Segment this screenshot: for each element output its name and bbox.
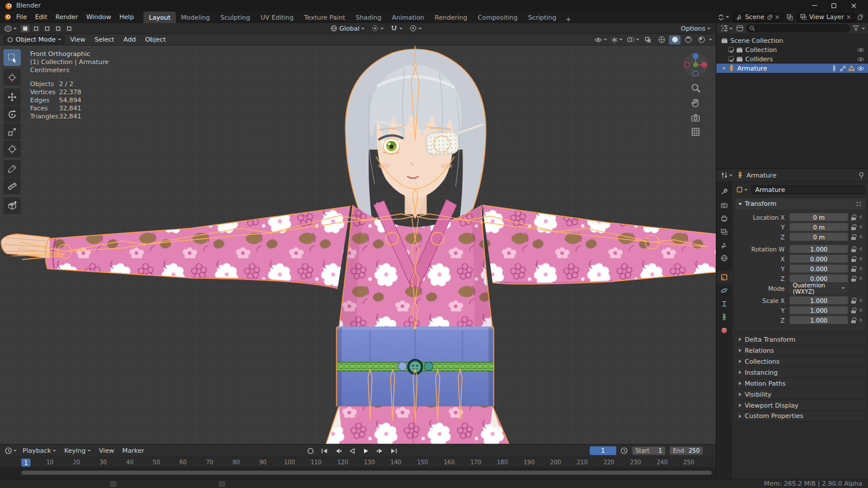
rotation-w-field[interactable]: 1.000	[789, 245, 848, 253]
ortho-grid-icon[interactable]	[691, 127, 700, 136]
scale-y-field[interactable]: 1.000	[789, 306, 848, 315]
select-mode-extend-button[interactable]	[31, 24, 41, 33]
new-view-layer-icon[interactable]	[857, 14, 863, 21]
zoom-icon[interactable]	[691, 83, 701, 93]
visibility-dropdown[interactable]	[593, 37, 608, 43]
unlink-scene-icon[interactable]: ×	[775, 14, 779, 20]
scene-selector[interactable]: Scene ×	[733, 13, 783, 22]
object-id-button[interactable]	[735, 185, 749, 194]
expand-icon[interactable]	[723, 66, 726, 70]
prev-keyframe-button[interactable]	[332, 446, 344, 456]
tab-modeling[interactable]: Modeling	[176, 12, 215, 23]
editor-type-button[interactable]	[3, 25, 18, 32]
location-x-field[interactable]: 0 m	[789, 213, 848, 221]
object-name-field[interactable]: Armature	[751, 185, 865, 194]
tab-constraints[interactable]	[716, 297, 732, 310]
lock-icon[interactable]	[851, 215, 856, 220]
tab-texture-paint[interactable]: Texture Paint	[299, 12, 351, 23]
start-frame-field[interactable]: Start 1	[632, 446, 665, 455]
lock-icon[interactable]	[851, 317, 856, 323]
animate-dot-icon[interactable]	[859, 225, 862, 228]
rotation-y-field[interactable]: 0.000	[789, 264, 848, 273]
menu-keying[interactable]: Keying	[61, 447, 94, 454]
browse-view-layer-button[interactable]	[785, 14, 795, 21]
menu-help[interactable]: Help	[115, 12, 138, 23]
visibility-eye-icon[interactable]	[857, 47, 865, 53]
tab-world[interactable]	[716, 252, 732, 265]
play-reverse-button[interactable]	[346, 446, 358, 456]
tab-layout[interactable]: Layout	[144, 12, 175, 23]
close-button[interactable]	[844, 0, 863, 11]
outliner-editor-type-button[interactable]	[719, 25, 734, 32]
minimize-button[interactable]	[804, 0, 824, 11]
lock-icon[interactable]	[851, 276, 856, 282]
animate-dot-icon[interactable]	[859, 257, 862, 260]
properties-editor-type-button[interactable]	[720, 172, 734, 179]
outliner-row-collection[interactable]: Collection	[716, 45, 868, 54]
annotate-tool[interactable]	[3, 160, 21, 177]
collection-checkbox[interactable]	[728, 47, 734, 53]
outliner-search-input[interactable]	[746, 24, 850, 32]
select-box-tool[interactable]	[3, 49, 21, 66]
xray-toggle[interactable]	[642, 35, 654, 45]
menu-window[interactable]: Window	[82, 12, 115, 23]
pose-icon[interactable]	[831, 65, 837, 72]
next-keyframe-button[interactable]	[374, 446, 386, 456]
shading-wireframe-button[interactable]	[656, 35, 667, 45]
animate-dot-icon[interactable]	[859, 319, 862, 321]
menu-render[interactable]: Render	[52, 12, 82, 23]
jump-to-end-button[interactable]	[388, 446, 400, 456]
tab-view-layer[interactable]	[716, 225, 732, 238]
tab-sculpting[interactable]: Sculpting	[215, 12, 255, 23]
select-mode-new-button[interactable]	[20, 24, 30, 33]
use-preview-range-icon[interactable]	[620, 447, 628, 454]
animate-dot-icon[interactable]	[859, 267, 862, 270]
drag-handle-icon[interactable]	[856, 201, 862, 207]
tab-render[interactable]	[716, 198, 732, 212]
panel-relations[interactable]: Relations	[735, 345, 865, 356]
tab-data[interactable]	[716, 310, 732, 324]
tab-uv-editing[interactable]: UV Editing	[255, 12, 299, 23]
animate-dot-icon[interactable]	[859, 235, 862, 238]
display-mode-icon[interactable]	[736, 25, 744, 32]
view-layer-selector[interactable]: View Layer ×	[797, 13, 855, 22]
menu-file[interactable]: File	[12, 12, 31, 23]
options-dropdown[interactable]: Options	[679, 25, 713, 32]
tab-output[interactable]	[716, 212, 732, 225]
panel-viewport-display[interactable]: Viewport Display	[735, 400, 865, 411]
collection-checkbox[interactable]	[728, 56, 734, 62]
auto-keying-toggle[interactable]	[304, 446, 317, 456]
rotation-x-field[interactable]: 0.000	[789, 254, 848, 263]
filter-funnel-icon[interactable]	[852, 25, 859, 32]
transform-panel-header[interactable]: Transform	[735, 198, 865, 209]
browse-scene-button[interactable]	[716, 14, 730, 21]
current-frame-field[interactable]: 1	[590, 446, 616, 455]
timeline-ruler[interactable]: 1 10 20 30 40 50 60 70 80 90 100 110 120…	[0, 457, 716, 467]
camera-view-icon[interactable]	[691, 113, 701, 122]
animate-dot-icon[interactable]	[859, 216, 862, 219]
outliner-row-colliders[interactable]: Colliders	[716, 54, 868, 64]
lock-icon[interactable]	[851, 234, 856, 240]
menu-timeline-view[interactable]: View	[95, 447, 117, 454]
gizmos-dropdown[interactable]	[610, 36, 624, 43]
animate-dot-icon[interactable]	[859, 299, 862, 302]
mode-dropdown[interactable]: Object Mode	[3, 35, 65, 45]
nav-gizmo[interactable]	[682, 51, 709, 78]
panel-visibility[interactable]: Visibility	[735, 389, 865, 400]
tab-scripting[interactable]: Scripting	[523, 12, 561, 23]
lock-icon[interactable]	[851, 298, 856, 304]
select-mode-intersect-button[interactable]	[64, 24, 74, 33]
animate-dot-icon[interactable]	[859, 247, 862, 250]
snapping-dropdown[interactable]	[388, 25, 405, 32]
lock-icon[interactable]	[851, 308, 856, 313]
playhead[interactable]: 1	[21, 459, 31, 467]
tab-scene[interactable]	[716, 238, 732, 252]
measure-tool[interactable]	[3, 178, 21, 194]
cursor-tool[interactable]	[3, 69, 21, 86]
select-mode-invert-button[interactable]	[53, 24, 63, 33]
tab-compositing[interactable]: Compositing	[473, 12, 523, 23]
tab-animation[interactable]: Animation	[387, 12, 429, 23]
menu-object[interactable]: Object	[141, 36, 170, 43]
animate-dot-icon[interactable]	[859, 309, 862, 312]
shading-material-button[interactable]	[682, 35, 694, 45]
